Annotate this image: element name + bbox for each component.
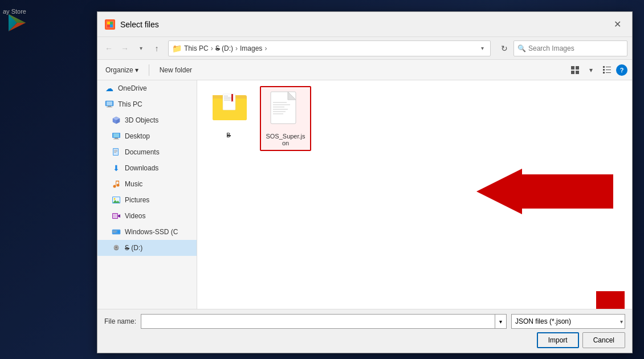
filename-input[interactable] (141, 314, 495, 329)
svg-rect-50 (113, 231, 117, 231)
svg-point-36 (113, 185, 116, 188)
dialog-icon (104, 19, 116, 30)
filetype-select[interactable]: JSON files (*.json) All files (*.*) (511, 314, 625, 329)
sidebar-item-desktop[interactable]: Desktop (97, 128, 197, 144)
svg-rect-71 (273, 113, 283, 115)
search-input[interactable] (528, 44, 623, 52)
svg-rect-9 (110, 25, 113, 27)
toolbar-right: ▾ ? (568, 63, 627, 77)
svg-marker-73 (585, 291, 632, 309)
filename-label: File name: (104, 317, 136, 325)
file-area: B̶̶̶̶̶ (197, 80, 632, 309)
svg-rect-29 (115, 138, 118, 139)
up-button[interactable]: ↑ (150, 42, 164, 55)
address-dropdown-button[interactable]: ▾ (478, 44, 487, 53)
folder-icon: 📁 (172, 44, 182, 53)
svg-rect-8 (107, 25, 110, 27)
bottom-bar: File name: ▾ JSON files (*.json) All fil… (97, 309, 632, 353)
svg-rect-69 (273, 109, 288, 110)
drive-d-icon (111, 243, 121, 253)
forward-button[interactable]: → (118, 42, 132, 55)
pictures-icon (111, 195, 121, 205)
buttons-row: Import Cancel (104, 332, 625, 348)
folder-icon (211, 89, 248, 124)
sidebar-label-onedrive: OneDrive (118, 84, 147, 92)
grid-view-icon (571, 66, 579, 74)
svg-rect-68 (273, 107, 284, 108)
folder-icon-container (211, 89, 246, 129)
sidebar-label-desktop: Desktop (125, 132, 150, 140)
sidebar-label-videos: Videos (125, 212, 145, 220)
toolbar: Organize ▾ New folder ▾ (97, 60, 632, 80)
3dobjects-icon (111, 115, 121, 125)
sidebar-item-music[interactable]: Music (97, 176, 197, 192)
sidebar-item-downloads[interactable]: ⬇ Downloads (97, 160, 197, 176)
back-button[interactable]: ← (102, 42, 116, 55)
breadcrumb: 📁 This PC › S̶̶̶̶̶̶̶̶̶ (D:) › Images › (172, 44, 478, 53)
content-area: ☁ OneDrive This PC (97, 80, 632, 309)
breadcrumb-sep1: › (211, 44, 213, 52)
new-folder-button[interactable]: New folder (156, 64, 195, 76)
svg-rect-21 (107, 101, 112, 105)
sidebar-item-pictures[interactable]: Pictures (97, 192, 197, 208)
file-item-json[interactable]: SOS_Super.json (260, 86, 311, 151)
svg-rect-12 (571, 71, 574, 74)
toolbar-separator (149, 64, 149, 76)
search-icon: 🔍 (517, 44, 526, 52)
file-item-folder[interactable]: B̶̶̶̶̶ (203, 86, 254, 151)
svg-marker-62 (231, 94, 233, 102)
svg-rect-70 (273, 111, 286, 112)
svg-point-43 (114, 198, 116, 200)
svg-point-54 (116, 247, 117, 248)
view-icon-button[interactable] (568, 63, 582, 77)
details-view-button[interactable] (600, 63, 614, 77)
cancel-button[interactable]: Cancel (582, 332, 625, 348)
svg-rect-17 (606, 70, 611, 70)
breadcrumb-thispc: This PC (184, 44, 209, 52)
view-dropdown-button[interactable]: ▾ (584, 63, 598, 77)
documents-icon (111, 147, 121, 157)
sidebar-item-onedrive[interactable]: ☁ OneDrive (97, 80, 197, 96)
sidebar-item-drive-d[interactable]: S̶̶̶̶ (D:) (97, 240, 197, 256)
sidebar-item-documents[interactable]: Documents (97, 144, 197, 160)
details-view-icon (603, 66, 611, 74)
svg-rect-23 (107, 107, 112, 108)
svg-rect-51 (113, 232, 116, 232)
music-icon (111, 179, 121, 189)
help-button[interactable]: ? (616, 64, 627, 76)
refresh-button[interactable]: ↻ (498, 42, 511, 55)
sidebar-label-documents: Documents (125, 148, 160, 156)
svg-rect-39 (116, 182, 116, 186)
svg-rect-40 (119, 181, 119, 186)
folder-name: B̶̶̶̶̶ (226, 132, 231, 139)
svg-rect-61 (224, 100, 231, 101)
thispc-icon (104, 99, 115, 109)
filename-row: File name: ▾ JSON files (*.json) All fil… (104, 314, 625, 329)
svg-rect-46 (113, 214, 117, 218)
svg-rect-28 (113, 133, 119, 137)
desktop-icon (111, 131, 121, 141)
sidebar-item-windows-ssd[interactable]: Windows-SSD (C (97, 224, 197, 240)
filename-dropdown-button[interactable]: ▾ (495, 314, 507, 329)
sidebar-item-3dobjects[interactable]: 3D Objects (97, 112, 197, 128)
svg-marker-47 (118, 214, 120, 218)
address-bar: 📁 This PC › S̶̶̶̶̶̶̶̶̶ (D:) › Images › ▾ (168, 40, 491, 56)
svg-rect-14 (603, 66, 605, 68)
svg-rect-67 (273, 104, 290, 105)
import-button[interactable]: Import (537, 332, 579, 348)
sidebar-item-thispc[interactable]: This PC (97, 96, 197, 112)
organize-button[interactable]: Organize ▾ (102, 64, 142, 76)
sidebar-item-videos[interactable]: Videos (97, 208, 197, 224)
sidebar-label-drive-d: S̶̶̶̶ (D:) (125, 244, 142, 252)
svg-marker-72 (476, 169, 613, 214)
red-arrow-right-icon (476, 169, 613, 214)
svg-point-49 (117, 231, 120, 233)
close-button[interactable]: ✕ (609, 17, 625, 32)
title-bar: Select files ✕ (97, 12, 632, 37)
svg-rect-16 (603, 69, 605, 71)
svg-rect-18 (603, 72, 605, 74)
sidebar-label-windows-ssd: Windows-SSD (C (125, 228, 178, 236)
red-arrow-down-icon (585, 291, 632, 309)
svg-rect-66 (273, 102, 287, 103)
nav-dropdown-button[interactable]: ▾ (134, 42, 148, 55)
